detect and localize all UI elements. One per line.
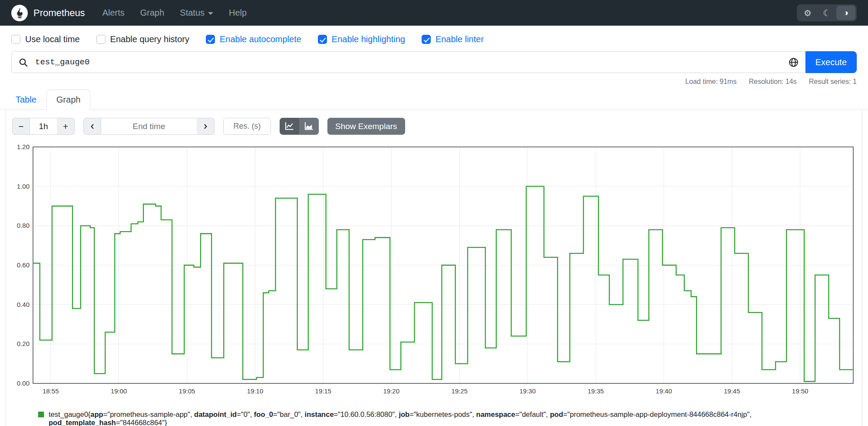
load-time-stat: Load time: 91ms — [685, 78, 736, 86]
svg-text:19:25: 19:25 — [451, 387, 468, 395]
graph-panel: − + — [6, 110, 862, 426]
decrease-range-button[interactable]: − — [12, 118, 30, 135]
nav-item-label: Graph — [140, 8, 165, 18]
metrics-explorer-globe-icon[interactable] — [782, 52, 805, 73]
svg-text:0.20: 0.20 — [17, 340, 30, 347]
nav-item-label: Help — [229, 8, 247, 18]
legend-label: test_gauge0{app="prometheus-sample-app",… — [49, 410, 845, 426]
query-row: Execute — [0, 51, 868, 73]
checkbox[interactable] — [318, 35, 327, 44]
svg-text:18:55: 18:55 — [43, 387, 59, 395]
option-label: Use local time — [25, 34, 80, 44]
range-input[interactable] — [30, 118, 57, 135]
resolution-stat: Resolution: 14s — [749, 78, 796, 86]
dark-theme-moon-icon[interactable]: ☾ — [817, 6, 836, 20]
graph-controls: − + — [6, 110, 862, 143]
option-enable-linter[interactable]: Enable linter — [422, 34, 484, 44]
tab-table[interactable]: Table — [6, 90, 46, 110]
options-row: Use local time Enable query history Enab… — [0, 26, 868, 51]
checkbox[interactable] — [11, 35, 20, 44]
option-enable-autocomplete[interactable]: Enable autocomplete — [206, 34, 301, 44]
result-series-stat: Result series: 1 — [809, 78, 857, 86]
range-input-group: − + — [12, 118, 75, 135]
theme-toggle-group: ⚙ ☾ ◑ — [797, 4, 857, 21]
svg-text:19:00: 19:00 — [111, 387, 127, 395]
svg-text:19:20: 19:20 — [383, 387, 399, 395]
nav-item-alerts[interactable]: Alerts — [102, 8, 125, 18]
svg-text:19:30: 19:30 — [519, 387, 536, 395]
legend-item[interactable]: test_gauge0{app="prometheus-sample-app",… — [6, 398, 862, 426]
resolution-input[interactable] — [223, 118, 271, 135]
settings-gear-icon[interactable]: ⚙ — [798, 6, 817, 20]
query-input-group: Execute — [11, 51, 857, 73]
checkbox[interactable] — [96, 35, 106, 44]
chart-area: 0.000.200.400.600.801.001.2018:5519:0019… — [6, 143, 862, 398]
navbar: Prometheus Alerts Graph Status Help ⚙ ☾ … — [0, 0, 868, 26]
brand[interactable]: Prometheus — [11, 5, 85, 21]
svg-text:0.60: 0.60 — [17, 261, 30, 269]
chevron-down-icon — [208, 12, 213, 15]
nav-item-status[interactable]: Status — [180, 8, 213, 18]
brand-title: Prometheus — [33, 7, 85, 19]
end-time-input-group — [83, 118, 215, 135]
option-enable-query-history[interactable]: Enable query history — [96, 34, 189, 44]
svg-text:0.80: 0.80 — [17, 222, 30, 229]
shift-back-button[interactable] — [83, 118, 101, 135]
chevron-right-icon — [202, 123, 209, 130]
graph-canvas[interactable]: 0.000.200.400.600.801.001.2018:5519:0019… — [12, 143, 856, 398]
show-exemplars-button[interactable]: Show Exemplars — [327, 118, 405, 135]
checkbox[interactable] — [422, 35, 431, 44]
svg-text:1.20: 1.20 — [17, 143, 30, 150]
line-chart-toggle-button[interactable] — [280, 118, 299, 135]
tab-bar: Table Graph — [0, 87, 868, 110]
end-time-input[interactable] — [101, 118, 197, 135]
query-expression-input[interactable] — [34, 52, 782, 73]
svg-text:0.00: 0.00 — [17, 379, 30, 387]
option-label: Enable autocomplete — [220, 34, 301, 44]
tab-graph[interactable]: Graph — [46, 90, 91, 110]
svg-text:1.00: 1.00 — [17, 183, 30, 190]
query-stats: Load time: 91ms Resolution: 14s Result s… — [0, 73, 868, 86]
prometheus-logo-icon — [11, 5, 28, 21]
svg-text:19:45: 19:45 — [724, 387, 740, 395]
checkbox[interactable] — [206, 35, 215, 44]
line-chart-icon — [285, 122, 294, 131]
nav-item-label: Alerts — [102, 8, 125, 18]
option-label: Enable highlighting — [332, 34, 405, 44]
auto-theme-contrast-icon[interactable]: ◑ — [836, 6, 855, 20]
execute-button[interactable]: Execute — [805, 51, 857, 73]
svg-text:19:15: 19:15 — [315, 387, 332, 395]
option-label: Enable linter — [436, 34, 484, 44]
svg-text:19:40: 19:40 — [656, 387, 672, 395]
nav-item-help[interactable]: Help — [229, 8, 247, 18]
nav-item-label: Status — [180, 8, 205, 18]
search-icon — [12, 52, 34, 73]
svg-text:19:05: 19:05 — [179, 387, 195, 395]
svg-text:19:50: 19:50 — [792, 387, 809, 395]
nav-item-graph[interactable]: Graph — [140, 8, 165, 18]
option-enable-highlighting[interactable]: Enable highlighting — [318, 34, 405, 44]
chevron-left-icon — [89, 123, 96, 130]
stacked-chart-icon — [304, 122, 314, 131]
legend-color-swatch — [38, 412, 44, 417]
chart-type-toggle-group — [280, 118, 319, 135]
svg-text:0.40: 0.40 — [17, 301, 30, 308]
option-label: Enable query history — [110, 34, 189, 44]
nav-links: Alerts Graph Status Help — [102, 8, 247, 18]
option-use-local-time[interactable]: Use local time — [11, 34, 80, 44]
svg-text:19:10: 19:10 — [247, 387, 264, 395]
increase-range-button[interactable]: + — [57, 118, 75, 135]
stacked-chart-toggle-button[interactable] — [299, 118, 319, 135]
svg-text:19:35: 19:35 — [587, 387, 604, 395]
shift-forward-button[interactable] — [197, 118, 215, 135]
